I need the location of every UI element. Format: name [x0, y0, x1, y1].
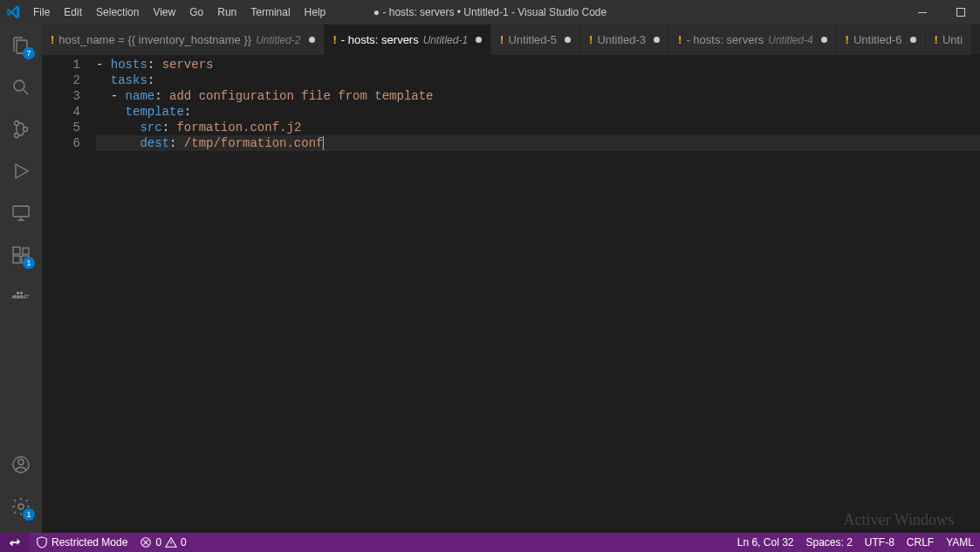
editor-tab-6[interactable]: !Unti [926, 24, 972, 55]
extensions-badge: 1 [23, 257, 35, 269]
unsaved-indicator-icon [654, 37, 660, 43]
code-line[interactable]: - name: add configuration file from temp… [96, 88, 980, 104]
unsaved-indicator-icon [565, 37, 571, 43]
tab-description: Untitled-2 [256, 34, 300, 46]
menu-terminal[interactable]: Terminal [243, 3, 297, 22]
code-line[interactable]: template: [96, 104, 980, 120]
unsaved-indicator-icon [821, 37, 827, 43]
eol-status[interactable]: CRLF [901, 533, 940, 552]
unsaved-indicator-icon [910, 37, 916, 43]
remote-indicator[interactable] [0, 533, 30, 552]
menu-edit[interactable]: Edit [57, 3, 89, 22]
activity-docker[interactable] [0, 276, 42, 318]
svg-point-2 [14, 80, 24, 91]
editor-tab-1[interactable]: !- hosts: serversUntitled-1 [325, 24, 492, 55]
editor-tab-5[interactable]: !Untitled-6 [837, 24, 926, 55]
activity-remote-explorer[interactable] [0, 192, 42, 234]
svg-rect-0 [918, 12, 927, 13]
restricted-mode-status[interactable]: Restricted Mode [30, 533, 134, 552]
tab-label: Untitled-6 [853, 33, 902, 46]
tab-label: Unti [942, 33, 963, 46]
settings-badge: 1 [23, 508, 35, 521]
tab-description: Untitled-4 [768, 34, 812, 46]
menu-view[interactable]: View [146, 3, 182, 22]
svg-point-4 [15, 134, 19, 138]
code-line[interactable]: dest: /tmp/formation.conf [96, 135, 980, 151]
menu-bar: File Edit Selection View Go Run Terminal… [26, 3, 332, 22]
activity-bar: 7 1 [0, 24, 42, 533]
svg-point-3 [15, 121, 19, 126]
yaml-file-icon: ! [500, 33, 504, 46]
main-area: 7 1 [0, 24, 980, 533]
svg-rect-10 [23, 248, 29, 254]
svg-rect-6 [13, 206, 29, 217]
yaml-file-icon: ! [333, 33, 337, 46]
yaml-file-icon: ! [589, 33, 593, 46]
svg-rect-7 [13, 247, 20, 254]
svg-point-17 [18, 459, 24, 465]
title-bar: File Edit Selection View Go Run Terminal… [0, 0, 980, 24]
line-number: 4 [42, 104, 96, 120]
activity-extensions[interactable]: 1 [0, 234, 42, 276]
menu-help[interactable]: Help [298, 3, 333, 22]
indentation-status[interactable]: Spaces: 2 [799, 533, 858, 552]
tab-label: - hosts: servers [686, 33, 764, 46]
window-title: ● - hosts: servers • Untitled-1 - Visual… [373, 6, 607, 18]
code-line[interactable]: - hosts: servers [96, 57, 980, 72]
menu-go[interactable]: Go [182, 3, 210, 22]
editor-tab-3[interactable]: !Untitled-3 [580, 24, 669, 55]
encoding-status[interactable]: UTF-8 [859, 533, 901, 552]
editor-tabs: !host_name = {{ inventory_hostname }}Unt… [42, 24, 980, 55]
svg-rect-8 [13, 256, 20, 263]
unsaved-indicator-icon [309, 37, 315, 43]
text-cursor [323, 136, 324, 150]
svg-rect-1 [957, 9, 965, 17]
code-line[interactable]: tasks: [96, 72, 980, 88]
yaml-file-icon: ! [51, 33, 54, 46]
restricted-mode-label: Restricted Mode [51, 536, 127, 549]
tab-label: Untitled-3 [597, 33, 646, 46]
problems-status[interactable]: 0 0 [134, 533, 192, 552]
menu-run[interactable]: Run [210, 3, 243, 22]
code-content[interactable]: - hosts: servers tasks: - name: add conf… [96, 55, 980, 533]
svg-rect-14 [17, 292, 19, 294]
editor-tab-2[interactable]: !Untitled-5 [491, 24, 580, 55]
line-number: 5 [42, 120, 96, 135]
unsaved-indicator-icon [476, 37, 482, 43]
editor-area[interactable]: 123456 - hosts: servers tasks: - name: a… [42, 55, 980, 533]
menu-selection[interactable]: Selection [89, 3, 146, 22]
line-number-gutter: 123456 [42, 55, 96, 533]
cursor-position-status[interactable]: Ln 6, Col 32 [731, 533, 800, 552]
activity-explorer[interactable]: 7 [0, 24, 42, 66]
vscode-logo-icon [0, 5, 26, 19]
activity-settings[interactable]: 1 [0, 486, 42, 528]
status-bar: Restricted Mode 0 0 Ln 6, Col 32 Spaces:… [0, 533, 980, 552]
maximize-button[interactable] [942, 0, 980, 24]
tab-description: Untitled-1 [423, 34, 468, 46]
editor-tab-0[interactable]: !host_name = {{ inventory_hostname }}Unt… [42, 24, 325, 55]
menu-file[interactable]: File [26, 3, 57, 22]
tab-label: - hosts: servers [341, 33, 419, 46]
svg-point-18 [18, 504, 24, 509]
svg-point-5 [24, 128, 28, 132]
explorer-badge: 7 [23, 47, 35, 59]
yaml-file-icon: ! [935, 33, 938, 46]
line-number: 2 [42, 72, 96, 88]
editor-group: !host_name = {{ inventory_hostname }}Unt… [42, 24, 980, 533]
svg-rect-15 [20, 292, 23, 294]
line-number: 3 [42, 88, 96, 104]
activity-source-control[interactable] [0, 108, 42, 150]
line-number: 6 [42, 135, 96, 151]
yaml-file-icon: ! [846, 33, 849, 46]
editor-tab-4[interactable]: !- hosts: serversUntitled-4 [669, 24, 837, 55]
activity-run-debug[interactable] [0, 150, 42, 192]
yaml-file-icon: ! [678, 33, 682, 46]
warnings-count: 0 [181, 536, 187, 549]
language-mode-status[interactable]: YAML [940, 533, 980, 552]
tab-label: host_name = {{ inventory_hostname }} [58, 33, 251, 46]
activity-accounts[interactable] [0, 444, 42, 486]
activity-search[interactable] [0, 66, 42, 108]
tab-label: Untitled-5 [508, 33, 557, 46]
code-line[interactable]: src: formation.conf.j2 [96, 120, 980, 135]
minimize-button[interactable] [903, 0, 942, 24]
